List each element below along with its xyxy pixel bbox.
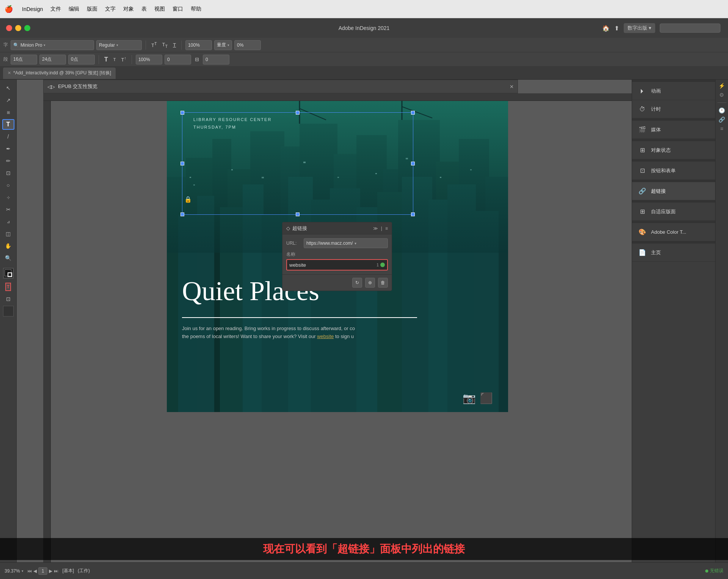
twitter-icon[interactable]: ⬛ bbox=[480, 392, 493, 404]
text-size-large[interactable]: T bbox=[103, 55, 110, 64]
last-page-button[interactable]: ⏭ bbox=[54, 568, 58, 574]
menu-edit[interactable]: 编辑 bbox=[69, 6, 79, 13]
pencil-tool[interactable]: ✏ bbox=[2, 156, 14, 166]
font-size-input[interactable]: 16点 bbox=[11, 55, 37, 65]
url-dropdown-arrow[interactable]: ▾ bbox=[355, 241, 356, 245]
font-family-dropdown[interactable]: 🔍 Minion Pro ▾ bbox=[11, 40, 94, 50]
free-transform-tool[interactable]: ⊹ bbox=[2, 192, 14, 203]
menu-text[interactable]: 文字 bbox=[105, 6, 116, 13]
right-panel: ⏵ 动画 ⏱ 计时 🎬 媒体 ⊞ 对象状态 ⊡ 按钮和表单 bbox=[632, 80, 715, 562]
hyperlink-text[interactable]: website bbox=[317, 334, 334, 339]
body-text-1: Join us for an open reading. Bring works… bbox=[182, 326, 355, 331]
menu-window[interactable]: 窗口 bbox=[173, 6, 183, 13]
document-tab[interactable]: ✕ *Add_interactivity.indd @ 39% [GPU 预览]… bbox=[3, 68, 116, 79]
kerning-input[interactable]: 0点 bbox=[68, 55, 95, 65]
document-canvas[interactable]: LIBRARY RESOURCE CENTER THURSDAY, 7PM bbox=[43, 93, 632, 562]
panel-options-icon[interactable]: | bbox=[381, 226, 382, 231]
unit-dropdown[interactable]: 量度 ▾ bbox=[214, 40, 232, 50]
title-bar-right: 🏠 ⬆ 数字出版 ▾ bbox=[602, 23, 720, 33]
apple-menu[interactable]: 🍎 bbox=[5, 5, 13, 13]
object-states-panel-item[interactable]: ⊞ 对象状态 bbox=[632, 141, 715, 159]
menu-view[interactable]: 视图 bbox=[154, 6, 165, 13]
tracking-val-input[interactable]: 0 bbox=[203, 55, 229, 65]
menu-file[interactable]: 文件 bbox=[50, 6, 61, 13]
leading-input[interactable]: 24点 bbox=[39, 55, 66, 65]
text-size-small[interactable]: T bbox=[112, 57, 118, 63]
expand-icon[interactable]: ≫ bbox=[373, 226, 378, 231]
fill-stroke-indicator[interactable] bbox=[3, 268, 14, 278]
hand-tool[interactable]: ✋ bbox=[2, 241, 14, 251]
gap-tool[interactable]: ⊞ bbox=[2, 107, 14, 118]
first-page-button[interactable]: ⏮ bbox=[27, 568, 32, 574]
frame-tool[interactable]: ⊡ bbox=[2, 294, 14, 304]
gradient-tool[interactable]: ◫ bbox=[2, 228, 14, 239]
rect-frame-tool[interactable]: ⊡ bbox=[2, 168, 14, 178]
home-icon[interactable]: 🏠 bbox=[602, 25, 610, 32]
ellipse-tool[interactable]: ○ bbox=[2, 180, 14, 190]
maximize-button[interactable] bbox=[24, 25, 30, 31]
line-tool[interactable]: / bbox=[2, 131, 14, 142]
transform-tool[interactable]: ⊿ bbox=[2, 216, 14, 227]
delete-hyperlink-button[interactable]: 🗑 bbox=[378, 278, 388, 288]
text-tool-alt[interactable]: T bbox=[2, 282, 14, 292]
tracking-input[interactable]: 0% bbox=[234, 40, 261, 50]
url-input[interactable]: https://www.macz.com/ ▾ bbox=[304, 238, 388, 248]
zoom-control[interactable]: 39.37% ▾ bbox=[5, 568, 24, 574]
adobe-color-panel-item[interactable]: 🎨 Adobe Color T... bbox=[632, 223, 715, 241]
url-row: URL: https://www.macz.com/ ▾ bbox=[286, 238, 388, 248]
buttons-forms-panel-item[interactable]: ⊡ 按钮和表单 bbox=[632, 162, 715, 180]
color-swatch[interactable] bbox=[3, 306, 14, 316]
digital-publish-button[interactable]: 数字出版 ▾ bbox=[624, 23, 655, 33]
selection-tool[interactable]: ↖ bbox=[2, 83, 14, 93]
menu-indesign[interactable]: InDesign bbox=[22, 6, 43, 12]
scissors-tool[interactable]: ✂ bbox=[2, 204, 14, 215]
layers-icon[interactable]: ≡ bbox=[720, 126, 723, 132]
text-transform-tt2[interactable]: TT bbox=[161, 41, 169, 49]
scale-input[interactable]: 100% bbox=[136, 55, 162, 65]
text-transform-tt1[interactable]: TT bbox=[150, 41, 158, 49]
zoom-tool[interactable]: 🔍 bbox=[2, 253, 14, 263]
clock-icon[interactable]: 🕐 bbox=[719, 107, 725, 113]
font-size-1-input[interactable]: 100% bbox=[185, 40, 212, 50]
refresh-button[interactable]: ↻ bbox=[352, 278, 362, 288]
menu-layout[interactable]: 版面 bbox=[87, 6, 97, 13]
animation-panel-item[interactable]: ⏵ 动画 bbox=[632, 82, 715, 100]
master-pages-panel-item[interactable]: 📄 主页 bbox=[632, 244, 715, 262]
share-button[interactable]: ⬆ bbox=[614, 25, 619, 32]
font-style-dropdown[interactable]: Regular ▾ bbox=[96, 40, 142, 50]
search-bar[interactable] bbox=[660, 24, 720, 33]
prev-page-button[interactable]: ◀ bbox=[33, 568, 37, 574]
media-panel-item[interactable]: 🎬 媒体 bbox=[632, 121, 715, 139]
minimize-button[interactable] bbox=[15, 25, 21, 31]
gear-icon[interactable]: ⚙ bbox=[719, 92, 724, 98]
body-text-3: to sign u bbox=[335, 334, 354, 339]
hyperlink-panel-item[interactable]: 🔗 超链接 bbox=[632, 182, 715, 200]
liquid-layout-panel-item[interactable]: ⊞ 自适应版面 bbox=[632, 203, 715, 221]
timing-panel-item[interactable]: ⏱ 计时 bbox=[632, 100, 715, 118]
current-page[interactable]: 1 bbox=[38, 567, 48, 575]
instagram-icon[interactable]: 📷 bbox=[463, 392, 476, 404]
direct-select-tool[interactable]: ↗ bbox=[2, 95, 14, 105]
panel-menu-icon[interactable]: ≡ bbox=[385, 226, 388, 231]
hyperlink-name-field[interactable]: website 1 bbox=[286, 259, 388, 271]
lightning-icon[interactable]: ⚡ bbox=[719, 83, 725, 89]
va-input[interactable]: 0 bbox=[165, 55, 191, 65]
doc-header: LIBRARY RESOURCE CENTER THURSDAY, 7PM bbox=[193, 116, 271, 131]
link-icon[interactable]: 🔗 bbox=[719, 116, 725, 123]
align-icon[interactable]: ⊟ bbox=[193, 56, 201, 63]
adobe-color-icon: 🎨 bbox=[637, 227, 647, 237]
text-tool[interactable]: T bbox=[2, 119, 14, 130]
next-page-button[interactable]: ▶ bbox=[49, 568, 52, 574]
tab-close-icon[interactable]: ✕ bbox=[8, 71, 11, 76]
text-baseline-super[interactable]: T↑ bbox=[120, 55, 128, 63]
canvas-area[interactable]: ◁▷ EPUB 交互性预览 ✕ bbox=[17, 80, 632, 562]
font-name-value: Minion Pro bbox=[20, 42, 42, 48]
close-button[interactable] bbox=[6, 25, 12, 31]
menu-table[interactable]: 表 bbox=[141, 6, 147, 13]
pen-tool[interactable]: ✒ bbox=[2, 143, 14, 154]
menu-help[interactable]: 帮助 bbox=[191, 6, 201, 13]
add-hyperlink-button[interactable]: ⊕ bbox=[365, 278, 375, 288]
menu-object[interactable]: 对象 bbox=[123, 6, 134, 13]
text-transform-tt3[interactable]: T bbox=[171, 41, 177, 49]
epub-close-button[interactable]: ✕ bbox=[510, 84, 514, 90]
